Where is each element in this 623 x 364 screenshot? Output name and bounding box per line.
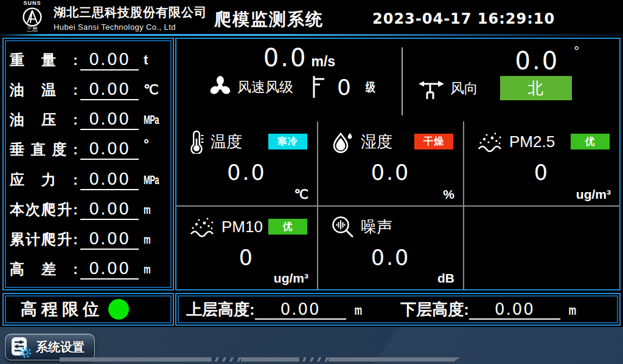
pm10-label: PM10 [221, 218, 263, 236]
settings-button-label: 系统设置 [36, 339, 85, 355]
company-name-en: Hubei Sansi Technology Co., Ltd [54, 22, 207, 32]
verticality-value: 0.00 [80, 139, 139, 160]
wind-direction-unit: ° [574, 44, 579, 59]
wind-direction-badge: 北 [500, 76, 572, 100]
pm25-value: 0 [464, 160, 619, 185]
wind-speed-unit: m/s [311, 53, 335, 69]
wind-level-value: 0 [337, 75, 351, 100]
wind-direction-label: 风向 [450, 79, 478, 98]
pm25-cell: PM2.5 优 0 ug/m³ [464, 122, 619, 205]
row-oil-pressure: 油压: 0.00 MPa [10, 105, 167, 135]
header-divider [0, 34, 623, 36]
wind-direction-block: 0.0° 风向 北 [402, 39, 619, 122]
pm25-label: PM2.5 [509, 132, 555, 151]
pm10-unit: ug/m³ [274, 271, 308, 286]
temperature-label: 温度 [211, 131, 242, 153]
weight-unit: t [144, 52, 167, 68]
upper-height-value: 0.00 [255, 300, 346, 320]
wind-section: 0.0m/s 风速风级 0 级 [176, 39, 619, 122]
wind-vane-icon [417, 76, 445, 100]
row-height-diff: 高差: 0.00 m [10, 255, 167, 284]
header: SUNS 三思 湖北三思科技股份有限公司 Hubei Sansi Technol… [0, 0, 623, 34]
pm25-unit: ug/m³ [576, 187, 611, 202]
height-diff-unit: m [144, 262, 150, 276]
company-logo: SUNS 三思 [15, 1, 50, 32]
upper-height-group: 上层高度: 0.00 m [186, 299, 364, 320]
wind-level-flag-icon [312, 74, 326, 100]
total-climb-label: 累计爬升: [10, 230, 78, 249]
noise-value: 0.0 [318, 246, 463, 270]
datetime-display: 2023-04-17 16:29:10 [372, 10, 555, 27]
noise-label: 噪声 [361, 216, 392, 238]
noise-cell: 噪声 0.0 dB [318, 205, 464, 289]
row-oil-temp: 油温: 0.00 ℃ [10, 75, 167, 105]
noise-unit: dB [437, 271, 454, 286]
humidity-cell: 湿度 干燥 0.0 % [318, 122, 464, 205]
lower-height-group: 下层高度: 0.00 m [400, 299, 578, 320]
pm10-status-badge: 优 [268, 219, 307, 235]
pm10-icon [189, 216, 215, 238]
elevation-limit-box: 高程限位 [2, 293, 174, 326]
upper-height-unit: m [354, 303, 362, 318]
temperature-cell: 温度 寒冷 0.0 ℃ [176, 122, 318, 205]
stress-label: 应力: [10, 170, 78, 190]
system-settings-button[interactable]: 系统设置 [5, 334, 95, 360]
wind-speed-label: 风速风级 [237, 78, 293, 97]
logo-sansi-text: 三思 [15, 27, 50, 32]
weight-value: 0.00 [80, 50, 139, 70]
wind-level-unit: 级 [366, 79, 375, 95]
row-verticality: 垂直度: 0.00 ° [10, 135, 167, 165]
oil-pressure-value: 0.00 [80, 109, 139, 130]
company-name-cn: 湖北三思科技股份有限公司 [54, 4, 207, 21]
wind-speed-value: 0.0 [263, 44, 308, 72]
temperature-value: 0.0 [176, 160, 317, 185]
oil-pressure-label: 油压: [10, 110, 78, 129]
decorative-stripe [60, 357, 460, 362]
lower-height-label: 下层高度: [400, 299, 469, 320]
upper-height-label: 上层高度: [186, 299, 255, 320]
pm25-status-badge: 优 [571, 134, 610, 149]
pm25-icon [476, 131, 503, 153]
current-climb-value: 0.00 [80, 199, 139, 220]
verticality-unit: ° [144, 142, 167, 148]
oil-temp-label: 油温: [10, 80, 78, 100]
height-diff-value: 0.00 [80, 259, 139, 280]
bottom-bar: 系统设置 [0, 327, 623, 364]
stress-value: 0.00 [80, 170, 139, 190]
pm10-cell: PM10 优 0 ug/m³ [176, 205, 318, 289]
oil-temp-unit: ℃ [144, 82, 167, 98]
measurements-panel: 重量: 0.00 t 油温: 0.00 ℃ 油压: 0.00 MPa 垂直度: … [2, 38, 174, 290]
stress-unit: MPa [144, 173, 159, 187]
current-climb-label: 本次爬升: [10, 200, 78, 219]
humidity-value: 0.0 [318, 160, 463, 185]
settings-sliders-icon [11, 336, 31, 358]
stripe-slash-group [212, 357, 241, 362]
elevation-limit-label: 高程限位 [21, 298, 103, 320]
environment-panel: 0.0m/s 风速风级 0 级 [175, 38, 621, 290]
humidity-unit: % [443, 187, 454, 202]
weight-label: 重量: [10, 50, 78, 70]
stripe-slash-group [299, 357, 329, 362]
sansi-logo-icon [15, 6, 50, 28]
total-climb-unit: m [144, 232, 150, 247]
lower-height-unit: m [568, 303, 576, 318]
temperature-unit: ℃ [294, 187, 308, 202]
elevation-limit-indicator [108, 299, 129, 320]
lower-height-value: 0.00 [469, 300, 560, 320]
humidity-status-badge: 干燥 [414, 134, 453, 149]
row-stress: 应力: 0.00 MPa [10, 165, 167, 194]
total-climb-value: 0.00 [80, 229, 139, 250]
row-weight: 重量: 0.00 t [10, 45, 167, 75]
row-total-climb: 累计爬升: 0.00 m [10, 225, 167, 255]
wind-speed-block: 0.0m/s 风速风级 0 级 [176, 39, 402, 122]
thermometer-icon [189, 129, 204, 154]
wind-direction-value: 0.0 [515, 47, 560, 75]
temperature-status-badge: 寒冷 [268, 134, 307, 149]
page-title: 爬模监测系统 [214, 8, 324, 31]
logo-suns-text: SUNS [15, 1, 50, 6]
oil-temp-value: 0.00 [80, 80, 139, 100]
noise-icon [330, 215, 355, 239]
verticality-label: 垂直度: [10, 140, 78, 159]
humidity-label: 湿度 [361, 131, 392, 153]
oil-pressure-unit: MPa [144, 112, 159, 127]
